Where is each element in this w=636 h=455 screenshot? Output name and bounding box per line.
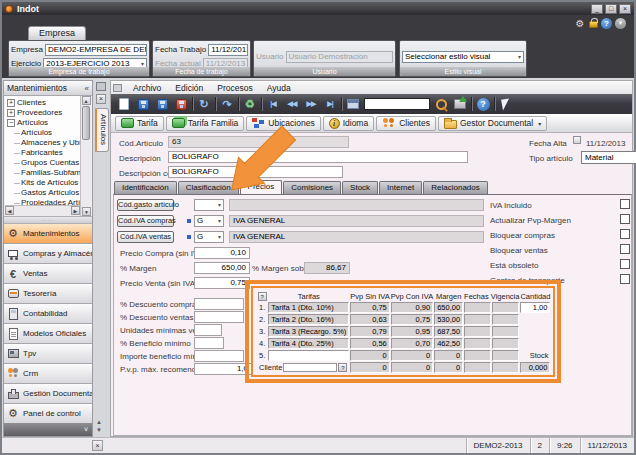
cantidad-input[interactable]: 1,00 — [520, 302, 550, 313]
tree-item[interactable]: Gastos Artículos — [7, 188, 81, 198]
tarifa-name-input[interactable] — [268, 350, 349, 361]
bloquear-compras-checkbox[interactable] — [620, 229, 630, 239]
bloquear-ventas-checkbox[interactable] — [620, 244, 630, 254]
nav-ventas[interactable]: €Ventas — [4, 264, 92, 284]
tree-item[interactable]: Fabricantes — [7, 148, 81, 158]
scroll-right-icon[interactable]: ▶ — [71, 206, 80, 215]
scroll-left-icon[interactable]: ◀ — [5, 206, 14, 215]
scroll-down-icon[interactable]: ▼ — [82, 207, 91, 216]
fecha-trabajo-select[interactable]: 11/12/2013▾ — [208, 44, 248, 56]
gastos-transporte-checkbox[interactable] — [620, 274, 630, 284]
nav-contabilidad[interactable]: Contabilidad — [4, 304, 92, 324]
collapse-icon[interactable]: « — [85, 84, 89, 93]
chevron-down-icon[interactable]: ˅ — [84, 426, 88, 433]
margen-input[interactable]: 650,00 — [194, 262, 250, 274]
undo-icon[interactable]: ↷ — [219, 96, 235, 112]
tab-relacionados[interactable]: Relacionados — [423, 181, 487, 194]
previous-record-icon[interactable]: ◀◀ — [284, 96, 300, 112]
settings-gear-icon[interactable]: ⚙ — [574, 17, 586, 29]
collapse-icon[interactable]: − — [7, 119, 15, 127]
sidebar-splitter[interactable]: ···· — [4, 216, 92, 224]
menu-procesos[interactable]: Procesos — [210, 83, 259, 93]
beneficio-minimo-input[interactable] — [194, 337, 224, 349]
iva-compras-select[interactable]: G▾ — [194, 215, 224, 227]
save-all-icon[interactable] — [154, 96, 170, 112]
nav-compras-almacen[interactable]: Compras y Almacén — [4, 244, 92, 264]
nav-mantenimientos[interactable]: ⚙Mantenimientos — [4, 224, 92, 244]
clientes-button[interactable]: Clientes — [376, 116, 436, 131]
importe-beneficio-input[interactable] — [194, 350, 244, 362]
unidades-minimas-input[interactable] — [194, 324, 222, 336]
ribbon-tab-empresa[interactable]: Empresa — [28, 26, 86, 40]
nav-tesoreria[interactable]: Tesorería — [4, 284, 92, 304]
descuento-compras-input[interactable] — [194, 298, 244, 310]
tree-vertical-scrollbar[interactable]: ▲ ▼ — [80, 96, 91, 216]
cod-iva-compras-button[interactable]: Cód.IVA compras — [117, 215, 174, 227]
nav-crm[interactable]: Crm — [4, 364, 92, 384]
tipo-articulo-select[interactable]: Material▼ — [581, 151, 636, 164]
precio-compra-input[interactable]: 0,10 — [194, 247, 250, 259]
scroll-up-icon[interactable]: ▲ — [82, 96, 91, 105]
menu-edicion[interactable]: Edición — [168, 83, 210, 93]
last-record-icon[interactable]: ▶| — [322, 96, 338, 112]
save-icon[interactable] — [135, 96, 151, 112]
gestor-documental-button[interactable]: Gestor Documental▾ — [438, 116, 547, 131]
export-icon[interactable] — [452, 96, 468, 112]
empresa-select[interactable]: DEMO2-EMPRESA DE DEMOSTRACI...▾ — [45, 44, 147, 56]
help-icon[interactable]: ? — [601, 18, 612, 29]
gasto-select[interactable]: ▾ — [194, 199, 224, 211]
tab-internet[interactable]: Internet — [379, 181, 422, 194]
descripcion-input[interactable]: BOLIGRAFO — [168, 151, 468, 163]
close-tab-icon[interactable]: × — [96, 94, 106, 104]
refresh-icon[interactable]: ↻ — [196, 96, 212, 112]
iva-incluido-checkbox[interactable] — [620, 199, 630, 209]
cliente-lookup-icon[interactable]: ? — [338, 363, 347, 372]
tree-item-clientes[interactable]: +Clientes — [7, 98, 81, 108]
tarifa-button[interactable]: Tarifa — [115, 116, 164, 131]
help-question-icon[interactable]: ? — [258, 292, 267, 301]
tree-item-proveedores[interactable]: +Proveedores — [7, 108, 81, 118]
tree-item[interactable]: Kits de Artículos — [7, 178, 81, 188]
nav-modelos-oficiales[interactable]: Modelos Oficiales — [4, 324, 92, 344]
tab-stock[interactable]: Stock — [342, 181, 378, 194]
expand-icon[interactable]: + — [7, 99, 15, 107]
recycle-icon[interactable]: ♻ — [242, 96, 258, 112]
expand-icon[interactable]: + — [7, 109, 15, 117]
tree-item[interactable]: Grupos Cuentas — [7, 158, 81, 168]
tarifa-name-cell[interactable]: Tarifa 2 (Dto. 16%) — [268, 314, 349, 325]
window-list-icon[interactable] — [345, 96, 361, 112]
scroll-up-icon[interactable]: ▲ — [96, 419, 102, 425]
nav-tpv[interactable]: Tpv — [4, 344, 92, 364]
next-record-icon[interactable]: ▶▶ — [303, 96, 319, 112]
tree-item[interactable]: Familias-Subfamil — [7, 168, 81, 178]
cod-gasto-articulo-button[interactable]: Cód.gasto artículo — [117, 199, 174, 211]
iva-ventas-select[interactable]: G▾ — [194, 231, 224, 243]
scrollbar-thumb[interactable] — [82, 106, 90, 140]
actualizar-pvp-checkbox[interactable] — [620, 214, 630, 224]
tarifa-name-cell[interactable]: Tarifa 4 (Dto. 25%) — [268, 338, 349, 349]
tab-identificacion[interactable]: Identificación — [114, 181, 177, 194]
estilo-visual-select[interactable]: Seleccionar estilo visual▾ — [402, 51, 524, 63]
esta-obsoleto-checkbox[interactable] — [620, 259, 630, 269]
tree-item-articulos[interactable]: −Artículos — [7, 118, 81, 128]
new-record-icon[interactable] — [116, 96, 132, 112]
style-dropdown-icon[interactable]: ▼ — [615, 18, 626, 29]
maximize-button[interactable]: □ — [605, 4, 617, 14]
first-record-icon[interactable]: |◀ — [265, 96, 281, 112]
minimize-button[interactable]: _ — [591, 4, 603, 14]
vertical-tab-articulos[interactable]: Artículos — [95, 108, 109, 152]
cliente-input[interactable] — [283, 363, 337, 372]
sidebar-bottom-bar[interactable]: ˅ — [4, 423, 92, 436]
delete-record-icon[interactable] — [173, 96, 189, 112]
pvp-max-input[interactable]: 1,0 — [194, 363, 252, 375]
tarifa-name-cell[interactable]: Tarifa 1 (Dto. 10%) — [268, 302, 349, 313]
menu-archivo[interactable]: Archivo — [126, 83, 168, 93]
scroll-down-icon[interactable]: ▼ — [96, 427, 102, 433]
pointer-icon[interactable] — [498, 96, 514, 112]
tree-item[interactable]: Artículos — [7, 128, 81, 138]
lock-icon[interactable] — [589, 21, 598, 28]
nav-panel-de-control[interactable]: ⚙Panel de control — [4, 404, 92, 424]
tree-horizontal-scrollbar[interactable]: ◀ ▶ — [5, 205, 80, 216]
tree-item[interactable]: Almacenes y Ubic — [7, 138, 81, 148]
help-icon[interactable]: ? — [475, 96, 491, 112]
